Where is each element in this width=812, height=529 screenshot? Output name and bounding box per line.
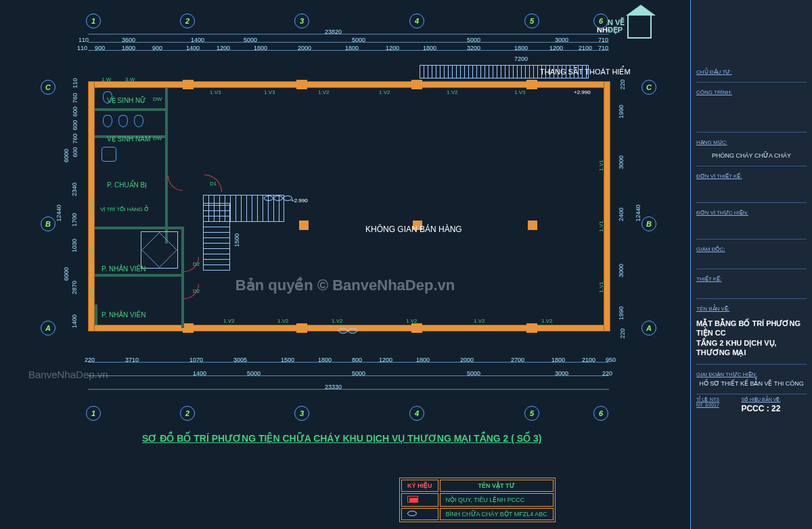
drawing-canvas[interactable]: BẢN VẼ NHĐẸP 1 2 3 4 5 6 1 2 3 4 5 6 C B… bbox=[0, 0, 690, 529]
dimension: 6000 bbox=[63, 149, 70, 162]
dimension: 2700 bbox=[511, 356, 524, 363]
interior-wall bbox=[95, 274, 183, 277]
opening-tag: 1.V2 bbox=[318, 89, 329, 95]
dimension: 7200 bbox=[514, 55, 528, 62]
watermark: BanveNhaDep.vn bbox=[28, 369, 108, 380]
legend-header: KÝ HIỆU bbox=[401, 480, 438, 492]
dimension: 5000 bbox=[352, 37, 365, 43]
grid-bubble: 2 bbox=[180, 14, 195, 28]
level-mark: +2.990 bbox=[291, 198, 308, 204]
legend-symbol bbox=[401, 508, 438, 520]
dimension: 950 bbox=[606, 356, 616, 363]
dimension: 220 bbox=[619, 328, 626, 338]
dimension: 3000 bbox=[618, 156, 625, 169]
grid-bubble: A bbox=[41, 321, 55, 336]
dimension: 760 bbox=[72, 93, 78, 103]
dimension: 2870 bbox=[71, 281, 78, 294]
column bbox=[183, 80, 194, 89]
grid-bubble: 6 bbox=[593, 14, 608, 28]
extinguisher-icon bbox=[264, 191, 292, 204]
room-label: P. NHÂN VIÊN bbox=[102, 311, 145, 319]
dimension: 6000 bbox=[63, 267, 70, 281]
dimension: 1800 bbox=[318, 356, 332, 363]
grid-bubble: 2 bbox=[180, 406, 195, 421]
opening-tag: 1.V2 bbox=[447, 89, 457, 95]
dimension: 3200 bbox=[467, 45, 480, 51]
tb-label: TỈ LỆ: NTS bbox=[696, 397, 737, 402]
dimension: 2340 bbox=[71, 183, 78, 196]
house-icon bbox=[627, 14, 652, 39]
dimension: 1800 bbox=[514, 45, 528, 51]
column bbox=[296, 80, 307, 89]
dimension: 110 bbox=[72, 78, 78, 88]
interior-wall bbox=[181, 227, 184, 328]
tb-value: HỒ SƠ THIẾT KẾ BẢN VẼ THI CÔNG bbox=[696, 380, 807, 387]
interior-wall bbox=[95, 227, 183, 229]
dimension: 110 bbox=[78, 37, 89, 43]
toilet-icon bbox=[118, 115, 128, 127]
dimension: 1400 bbox=[191, 37, 204, 43]
grid-bubble: 1 bbox=[86, 406, 101, 421]
sheet-number: PCCC : 22 bbox=[741, 404, 807, 413]
column bbox=[526, 323, 537, 333]
column bbox=[299, 221, 309, 230]
extinguisher-icon bbox=[338, 324, 357, 336]
dimension: 3000 bbox=[555, 37, 568, 43]
room-label: VỆ SINH NAM bbox=[107, 135, 150, 143]
titleblock: CHỦ ĐẦU TƯ: CÔNG TRÌNH: HẠNG MỤC: PHÒNG … bbox=[690, 0, 812, 529]
grid-bubble: 3 bbox=[294, 14, 309, 28]
room-label: VỆ SINH NỮ bbox=[107, 97, 146, 104]
opening-tag: 1.V4 bbox=[89, 287, 95, 298]
wall bbox=[604, 81, 610, 331]
legend-text: NỘI QUY, TIÊU LỆNH PCCC bbox=[440, 493, 554, 507]
opening-tag: 3.W bbox=[125, 76, 135, 83]
opening-tag: 1.V1 bbox=[598, 281, 604, 292]
dimension: 710 bbox=[598, 45, 608, 51]
legend-symbol bbox=[401, 493, 438, 507]
dimension: 1200 bbox=[379, 356, 392, 363]
dimension: 1800 bbox=[122, 45, 135, 51]
tb-value: PHÒNG CHÁY CHỮA CHÁY bbox=[696, 152, 807, 159]
dimension: 3000 bbox=[555, 370, 568, 377]
dimension: 1800 bbox=[416, 356, 430, 363]
opening-tag: DW bbox=[153, 96, 162, 102]
grid-bubble: C bbox=[641, 80, 656, 95]
dimension: 1800 bbox=[551, 356, 565, 363]
dimension: 1700 bbox=[71, 213, 78, 227]
dimension: 1200 bbox=[549, 45, 563, 51]
dimension: 1990 bbox=[618, 306, 625, 320]
dimension: 760 bbox=[72, 133, 78, 143]
legend-text: BÌNH CHỮA CHÁY BỘT MFZL4 ABC bbox=[440, 508, 554, 520]
dimension: 1030 bbox=[71, 239, 78, 252]
dimension: 710 bbox=[598, 37, 608, 43]
dimension: 2400 bbox=[618, 208, 625, 221]
tb-label: CHỦ ĐẦU TƯ: bbox=[696, 69, 807, 75]
dimension: 5000 bbox=[467, 37, 480, 43]
column bbox=[411, 80, 422, 89]
dimension: 1400 bbox=[193, 370, 206, 377]
opening-tag: 1.V2 bbox=[406, 318, 417, 324]
legend-table: KÝ HIỆU TÊN VẬT TƯ NỘI QUY, TIÊU LỆNH PC… bbox=[399, 478, 556, 522]
dimension: 600 bbox=[72, 147, 78, 157]
dimension: 3000 bbox=[618, 264, 625, 277]
dimension: 5000 bbox=[247, 370, 261, 377]
level-mark: +2.990 bbox=[574, 89, 591, 95]
grid-bubble: A bbox=[641, 321, 656, 336]
dimension: 2100 bbox=[582, 356, 595, 363]
dimension: 1800 bbox=[345, 45, 359, 51]
watermark: Bản quyền © BanveNhaDep.vn bbox=[235, 277, 455, 294]
dimension: 1400 bbox=[186, 45, 200, 51]
site-logo: BẢN VẼ NHĐẸP bbox=[597, 8, 678, 45]
opening-tag: 1.V2 bbox=[223, 318, 234, 324]
opening-tag: D2 bbox=[193, 288, 200, 294]
room-label: THANG SẮT THOÁT HIỂM bbox=[540, 68, 631, 76]
dimension: 23330 bbox=[325, 384, 342, 390]
dimension: 2100 bbox=[579, 45, 592, 51]
room-label: KHÔNG GIAN BÁN HÀNG bbox=[365, 225, 462, 234]
room-label: P. NHÂN VIÊN bbox=[102, 265, 145, 273]
dimension: 1800 bbox=[423, 45, 436, 51]
room-label: VỊ TRÍ TỐI HÀNG Ở bbox=[100, 206, 149, 212]
tb-label: SỐ HIỆU BẢN VẼ: bbox=[741, 397, 807, 402]
grid-bubble: 6 bbox=[593, 406, 608, 421]
dim-line bbox=[88, 34, 609, 34]
